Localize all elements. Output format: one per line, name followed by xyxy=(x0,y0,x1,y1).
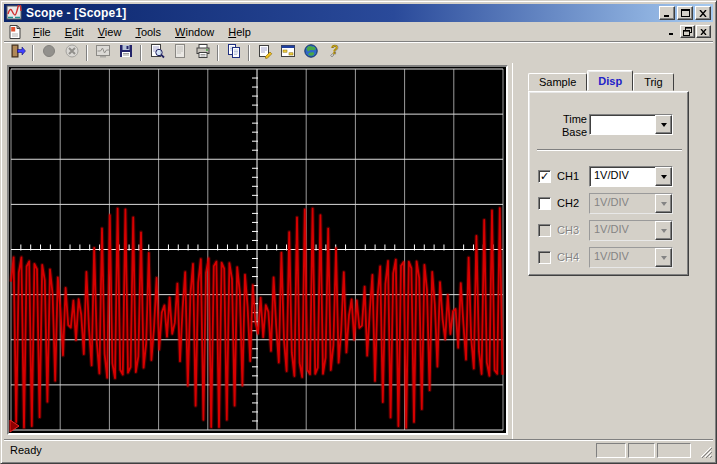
ch1-volts-select[interactable]: 1V/DIV xyxy=(589,166,673,187)
tab-trig[interactable]: Trig xyxy=(633,73,674,91)
ch3-checkbox[interactable] xyxy=(538,224,551,237)
toolbar-separator xyxy=(32,45,34,61)
window-title: Scope - [Scope1] xyxy=(26,6,127,20)
tab-disp[interactable]: Disp xyxy=(587,70,633,91)
document-icon[interactable] xyxy=(7,24,23,40)
copy-button[interactable] xyxy=(222,43,245,63)
close-button[interactable] xyxy=(695,6,711,20)
toolbar-separator xyxy=(248,45,250,61)
options-icon xyxy=(280,43,296,63)
chevron-down-icon[interactable] xyxy=(655,167,672,186)
ch1-checkbox[interactable]: ✓ xyxy=(538,170,551,183)
ch2-volts-select[interactable]: 1V/DIV xyxy=(589,193,673,214)
separator-line xyxy=(537,149,682,151)
toolbar-separator xyxy=(217,45,219,61)
app-window: Scope - [Scope1] File Edit View Too xyxy=(0,0,717,464)
menu-tools[interactable]: Tools xyxy=(128,24,168,40)
help-button[interactable]: ? xyxy=(322,43,345,63)
scope-graticule xyxy=(9,67,506,433)
web-icon xyxy=(303,43,319,63)
menu-help[interactable]: Help xyxy=(221,24,258,40)
print-preview-icon xyxy=(149,43,165,63)
channel-row-ch1: ✓ CH1 1V/DIV xyxy=(529,166,688,187)
mdi-client-area: Sample Disp Trig Time Base ✓ CH1 1V/DIV xyxy=(4,63,713,439)
tab-sample[interactable]: Sample xyxy=(528,73,587,91)
chevron-down-icon[interactable] xyxy=(655,221,672,240)
channel-row-ch2: CH2 1V/DIV xyxy=(529,193,688,214)
menu-file[interactable]: File xyxy=(26,24,58,40)
toolbar-separator xyxy=(86,45,88,61)
stop-icon xyxy=(64,43,80,63)
status-panel xyxy=(596,443,626,458)
menu-bar: File Edit View Tools Window Help xyxy=(4,22,713,41)
exit-button[interactable] xyxy=(6,43,29,63)
time-base-value xyxy=(590,115,655,134)
print-icon xyxy=(195,43,211,63)
exit-icon xyxy=(10,43,26,63)
time-base-select[interactable] xyxy=(589,114,673,135)
channel-row-ch4: CH4 1V/DIV xyxy=(529,247,688,268)
ch4-label: CH4 xyxy=(557,251,579,263)
menu-edit[interactable]: Edit xyxy=(58,24,91,40)
options-button[interactable] xyxy=(276,43,299,63)
print-preview-button[interactable] xyxy=(145,43,168,63)
ch4-checkbox[interactable] xyxy=(538,251,551,264)
maximize-button[interactable] xyxy=(677,6,693,20)
page-setup-button[interactable] xyxy=(168,43,191,63)
save-button[interactable] xyxy=(114,43,137,63)
status-bar: Ready xyxy=(4,439,713,460)
menu-view[interactable]: View xyxy=(91,24,129,40)
chevron-down-icon[interactable] xyxy=(655,115,672,134)
child-close-button[interactable] xyxy=(696,25,711,38)
toolbar: ? xyxy=(4,41,713,63)
status-text: Ready xyxy=(4,444,42,456)
ch2-label: CH2 xyxy=(557,197,579,209)
tab-strip: Sample Disp Trig xyxy=(528,73,674,91)
time-base-label: Time Base xyxy=(537,113,587,139)
chevron-down-icon[interactable] xyxy=(655,194,672,213)
record-icon xyxy=(41,43,57,63)
record-button[interactable] xyxy=(37,43,60,63)
chevron-down-icon[interactable] xyxy=(655,248,672,267)
display-icon xyxy=(95,43,111,63)
print-button[interactable] xyxy=(191,43,214,63)
ch3-label: CH3 xyxy=(557,224,579,236)
properties-icon xyxy=(257,43,273,63)
status-panel xyxy=(657,443,691,458)
title-bar: Scope - [Scope1] xyxy=(4,4,713,22)
channel-row-ch3: CH3 1V/DIV xyxy=(529,220,688,241)
app-icon[interactable] xyxy=(6,5,22,21)
ch3-volts-select[interactable]: 1V/DIV xyxy=(589,220,673,241)
save-icon xyxy=(118,43,134,63)
svg-text:?: ? xyxy=(331,43,338,57)
page-setup-icon xyxy=(172,43,188,63)
disp-tab-page: Time Base ✓ CH1 1V/DIV CH2 xyxy=(528,91,689,276)
ch1-label: CH1 xyxy=(557,170,579,182)
child-minimize-button[interactable] xyxy=(664,25,679,38)
help-icon: ? xyxy=(326,43,342,63)
copy-icon xyxy=(226,43,242,63)
menu-window[interactable]: Window xyxy=(168,24,221,40)
properties-button[interactable] xyxy=(253,43,276,63)
minimize-button[interactable] xyxy=(659,6,675,20)
resize-grip[interactable] xyxy=(699,444,712,457)
stop-button[interactable] xyxy=(60,43,83,63)
display-button[interactable] xyxy=(91,43,114,63)
control-panel: Sample Disp Trig Time Base ✓ CH1 1V/DIV xyxy=(513,63,713,439)
toolbar-separator xyxy=(140,45,142,61)
ch4-volts-select[interactable]: 1V/DIV xyxy=(589,247,673,268)
web-button[interactable] xyxy=(299,43,322,63)
status-panel xyxy=(628,443,655,458)
scope-display xyxy=(7,65,508,435)
child-restore-button[interactable] xyxy=(680,25,695,38)
ch2-checkbox[interactable] xyxy=(538,197,551,210)
